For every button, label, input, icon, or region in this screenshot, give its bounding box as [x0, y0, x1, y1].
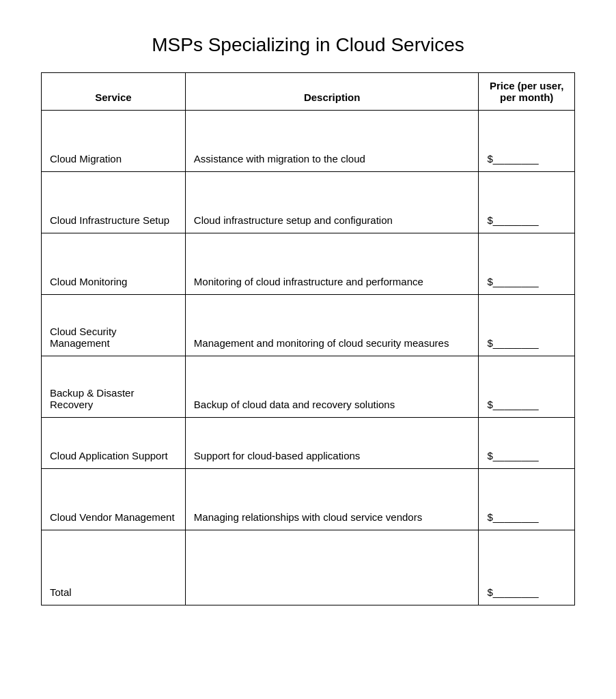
description-cell: Managing relationships with cloud servic…	[185, 469, 479, 530]
description-cell: Cloud infrastructure setup and configura…	[185, 172, 479, 233]
table-row: Cloud Security Management Management and…	[42, 295, 575, 356]
description-cell: Support for cloud-based applications	[185, 418, 479, 469]
description-cell: Management and monitoring of cloud secur…	[185, 295, 479, 356]
description-cell-total	[185, 530, 479, 605]
page-container: MSPs Specializing in Cloud Services Serv…	[14, 14, 602, 626]
table-row: Cloud Infrastructure Setup Cloud infrast…	[42, 172, 575, 233]
table-row: Cloud Monitoring Monitoring of cloud inf…	[42, 233, 575, 295]
service-cell: Cloud Security Management	[42, 295, 186, 356]
price-cell: $________	[479, 418, 575, 469]
service-cell-total: Total	[42, 530, 186, 605]
table-header-row: Service Description Price (per user, per…	[42, 73, 575, 111]
price-cell: $________	[479, 356, 575, 418]
price-cell: $________	[479, 469, 575, 530]
table-row: Cloud Vendor Management Managing relatio…	[42, 469, 575, 530]
price-cell: $________	[479, 111, 575, 172]
price-cell: $________	[479, 233, 575, 295]
service-cell: Cloud Monitoring	[42, 233, 186, 295]
service-cell: Cloud Vendor Management	[42, 469, 186, 530]
description-cell: Backup of cloud data and recovery soluti…	[185, 356, 479, 418]
service-cell: Cloud Application Support	[42, 418, 186, 469]
description-cell: Assistance with migration to the cloud	[185, 111, 479, 172]
service-cell: Backup & Disaster Recovery	[42, 356, 186, 418]
price-cell: $________	[479, 172, 575, 233]
header-price: Price (per user, per month)	[479, 73, 575, 111]
price-cell-total: $________	[479, 530, 575, 605]
services-table: Service Description Price (per user, per…	[41, 72, 575, 605]
table-row-total: Total $________	[42, 530, 575, 605]
price-cell: $________	[479, 295, 575, 356]
table-row: Cloud Application Support Support for cl…	[42, 418, 575, 469]
header-service: Service	[42, 73, 186, 111]
table-row: Backup & Disaster Recovery Backup of clo…	[42, 356, 575, 418]
table-row: Cloud Migration Assistance with migratio…	[42, 111, 575, 172]
description-cell: Monitoring of cloud infrastructure and p…	[185, 233, 479, 295]
page-title: MSPs Specializing in Cloud Services	[41, 34, 575, 56]
service-cell: Cloud Migration	[42, 111, 186, 172]
header-description: Description	[185, 73, 479, 111]
service-cell: Cloud Infrastructure Setup	[42, 172, 186, 233]
